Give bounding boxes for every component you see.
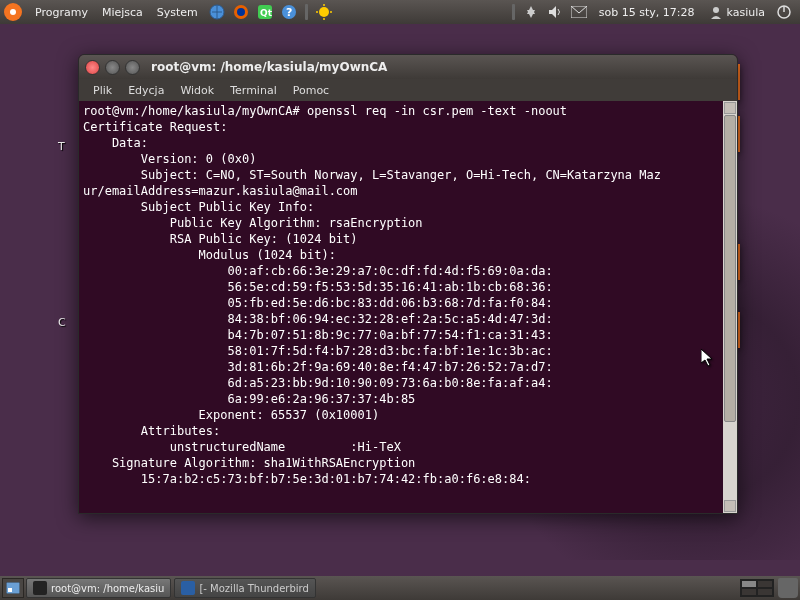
qt-icon[interactable]: Qt [256,3,274,21]
terminal-icon [33,581,47,595]
menu-programy[interactable]: Programy [28,6,95,19]
workspace-2[interactable] [757,580,773,588]
window-titlebar[interactable]: root@vm: /home/kasiula/myOwnCA [79,55,737,79]
menu-system[interactable]: System [150,6,205,19]
firefox-icon[interactable] [232,3,250,21]
task-terminal[interactable]: root@vm: /home/kasiu [26,578,171,598]
svg-rect-17 [8,588,12,592]
clock[interactable]: sob 15 sty, 17:28 [591,6,703,19]
menu-widok[interactable]: Widok [172,84,222,97]
top-panel: Programy Miejsca System Qt ? sob 15 sty,… [0,0,800,24]
workspace-3[interactable] [741,588,757,596]
trash-icon[interactable] [778,578,798,598]
scrollbar-thumb[interactable] [724,115,736,422]
svg-text:Qt: Qt [260,8,273,18]
menu-plik[interactable]: Plik [85,84,120,97]
maximize-icon[interactable] [125,60,140,75]
bottom-panel: root@vm: /home/kasiu [- Mozilla Thunderb… [0,576,800,600]
user-name: kasiula [727,6,765,19]
window-title: root@vm: /home/kasiula/myOwnCA [151,60,387,74]
panel-separator [305,4,308,20]
svg-point-7 [319,7,329,17]
user-menu[interactable]: kasiula [703,5,771,19]
help-icon[interactable]: ? [280,3,298,21]
menu-edycja[interactable]: Edycja [120,84,172,97]
menu-terminal[interactable]: Terminal [222,84,285,97]
menu-miejsca[interactable]: Miejsca [95,6,150,19]
mail-icon[interactable] [570,3,588,21]
window-menubar: Plik Edycja Widok Terminal Pomoc [79,79,737,101]
workspace-switcher[interactable] [740,579,774,597]
show-desktop-button[interactable] [2,578,24,598]
thunderbird-icon [181,581,195,595]
svg-point-2 [237,8,245,16]
network-icon[interactable] [522,3,540,21]
sound-icon[interactable] [546,3,564,21]
minimize-icon[interactable] [105,60,120,75]
menu-pomoc[interactable]: Pomoc [285,84,337,97]
scroll-up-icon[interactable] [724,102,736,114]
terminal-output[interactable]: root@vm:/home/kasiula/myOwnCA# openssl r… [79,101,723,513]
desktop-icon-label[interactable]: C [58,316,66,329]
desktop-icon-label[interactable]: T [58,140,65,153]
ubuntu-logo-icon[interactable] [4,3,22,21]
browser-icon[interactable] [208,3,226,21]
close-icon[interactable] [85,60,100,75]
svg-point-13 [713,7,719,13]
task-label: root@vm: /home/kasiu [51,583,164,594]
svg-text:?: ? [286,6,292,19]
task-label: [- Mozilla Thunderbird [199,583,308,594]
panel-separator [512,4,515,20]
terminal-window: root@vm: /home/kasiula/myOwnCA Plik Edyc… [78,54,738,514]
scrollbar-track[interactable] [724,115,736,499]
power-icon[interactable] [775,3,793,21]
scroll-down-icon[interactable] [724,500,736,512]
workspace-4[interactable] [757,588,773,596]
workspace-1[interactable] [741,580,757,588]
task-thunderbird[interactable]: [- Mozilla Thunderbird [174,578,315,598]
terminal-scrollbar[interactable] [723,101,737,513]
weather-sun-icon[interactable] [315,3,333,21]
